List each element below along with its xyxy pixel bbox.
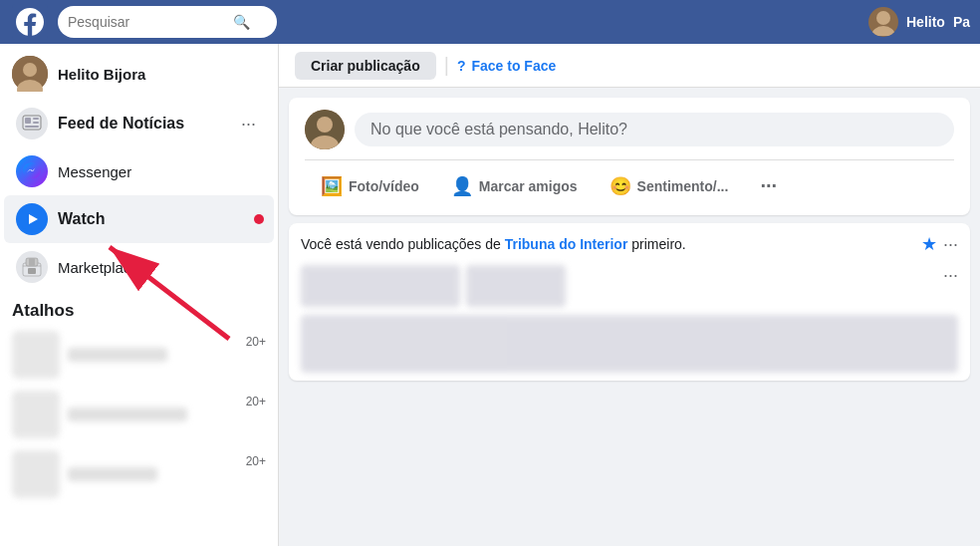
marketplace-icon [16,251,48,283]
shortcut-item-1[interactable]: 20+ [0,325,278,385]
svg-point-0 [876,11,890,25]
post-dots[interactable]: ··· [943,265,958,285]
more-icon: ··· [760,174,777,197]
tag-friends-icon: 👤 [451,175,473,197]
sidebar-item-messenger[interactable]: Messenger [4,147,274,195]
feeling-icon: 😊 [610,175,631,197]
svg-rect-15 [28,268,36,274]
feed-card: Você está vendo publicações de Tribuna d… [289,223,970,381]
shortcuts-title: Atalhos [0,291,278,325]
shortcut-thumb-3 [12,450,60,498]
watch-icon [16,203,48,235]
search-icon: 🔍 [233,14,250,30]
main-layout: Helito Bijora Feed de Notícias ··· [0,44,980,546]
sidebar-item-watch[interactable]: Watch [4,195,274,243]
messenger-icon [16,155,48,187]
svg-rect-7 [33,118,39,120]
star-icon[interactable]: ★ [921,233,937,255]
face-to-face-label: Face to Face [471,58,556,74]
svg-rect-6 [25,118,31,124]
shortcut-name-3 [68,467,157,481]
composer-avatar [305,110,345,149]
fb-icon [12,4,48,40]
feed-title: Você está vendo publicações de Tribuna d… [301,236,686,252]
shortcut-item-2[interactable]: 20+ [0,385,278,444]
facebook-logo[interactable] [10,2,50,42]
svg-point-1 [871,26,895,36]
tag-friends-action[interactable]: 👤 Marcar amigos [435,168,594,203]
tab-separator: | [444,54,449,77]
feed-text-suffix: primeiro. [627,236,685,252]
watch-label: Watch [58,210,105,228]
sidebar-avatar [12,56,48,92]
feed-thumb-c [301,315,958,373]
composer-actions: 🖼️ Foto/vídeo 👤 Marcar amigos 😊 Sentimen… [305,159,954,203]
feed-thumb-a [301,265,460,307]
feed-thumb-b [466,265,566,307]
nav-right: Helito Pa [868,7,970,37]
feed-publisher[interactable]: Tribuna do Interior [505,236,628,252]
main-content: Criar publicação | ? Face to Face No que… [279,44,980,546]
feed-info: Você está vendo publicações de Tribuna d… [301,235,913,253]
composer-placeholder[interactable]: No que você está pensando, Helito? [355,113,954,146]
feed-thumbnails-top: ··· [289,261,970,311]
photo-video-icon: 🖼️ [321,175,343,197]
news-feed-icon [16,108,48,139]
nav-user-name[interactable]: Helito [906,14,945,30]
composer-top: No que você está pensando, Helito? [305,110,954,149]
feeling-label: Sentimento/... [637,178,729,194]
svg-rect-8 [33,122,39,124]
feed-options-right[interactable]: ··· [943,265,958,307]
sidebar-user[interactable]: Helito Bijora [0,44,278,100]
tabs-bar: Criar publicação | ? Face to Face [279,44,980,88]
shortcut-thumb-1 [12,331,60,379]
sidebar-user-name: Helito Bijora [58,66,145,83]
feeling-action[interactable]: 😊 Sentimento/... [594,168,745,203]
svg-point-3 [23,63,37,77]
svg-point-17 [317,117,333,133]
shortcut-count-3: 20+ [246,454,266,468]
nav-avatar[interactable] [868,7,898,37]
tag-friends-label: Marcar amigos [479,178,578,194]
photo-video-label: Foto/vídeo [349,178,419,194]
more-action[interactable]: ··· [744,168,793,203]
post-composer: No que você está pensando, Helito? 🖼️ Fo… [289,98,970,215]
shortcut-count-2: 20+ [246,395,266,409]
feed-menu: ★ ··· [921,233,958,255]
watch-notification-dot [254,214,264,224]
sidebar-item-news-feed[interactable]: Feed de Notícias ··· [4,100,274,147]
feed-header: Você está vendo publicações de Tribuna d… [289,223,970,261]
svg-rect-14 [29,258,35,266]
shortcut-count-1: 20+ [246,335,266,349]
messenger-label: Messenger [58,163,131,180]
feed-options-dots[interactable]: ··· [943,234,958,255]
shortcut-info-2 [68,408,238,421]
shortcut-thumb-2 [12,391,60,438]
shortcut-info-1 [68,348,238,362]
shortcut-name-2 [68,408,187,421]
marketplace-label: Marketplace [58,259,139,276]
photo-video-action[interactable]: 🖼️ Foto/vídeo [305,168,435,203]
feed-text-prefix: Você está vendo publicações de [301,236,505,252]
news-feed-label: Feed de Notícias [58,115,184,133]
search-bar[interactable]: 🔍 [58,6,277,38]
shortcut-info-3 [68,467,238,481]
shortcut-item-3[interactable]: 20+ [0,444,278,504]
search-input[interactable] [68,14,227,30]
feed-thumbnails-bottom [289,311,970,381]
nav-partial: Pa [953,14,970,30]
sidebar-item-marketplace[interactable]: Marketplace [4,243,274,291]
shortcut-name-1 [68,348,167,362]
face-to-face-tab[interactable]: ? Face to Face [457,58,556,74]
sidebar: Helito Bijora Feed de Notícias ··· [0,44,279,546]
face-to-face-icon: ? [457,58,466,74]
svg-rect-9 [25,126,39,128]
create-post-tab[interactable]: Criar publicação [295,52,436,80]
news-feed-dots[interactable]: ··· [235,112,262,136]
top-navigation: 🔍 Helito Pa [0,0,980,44]
